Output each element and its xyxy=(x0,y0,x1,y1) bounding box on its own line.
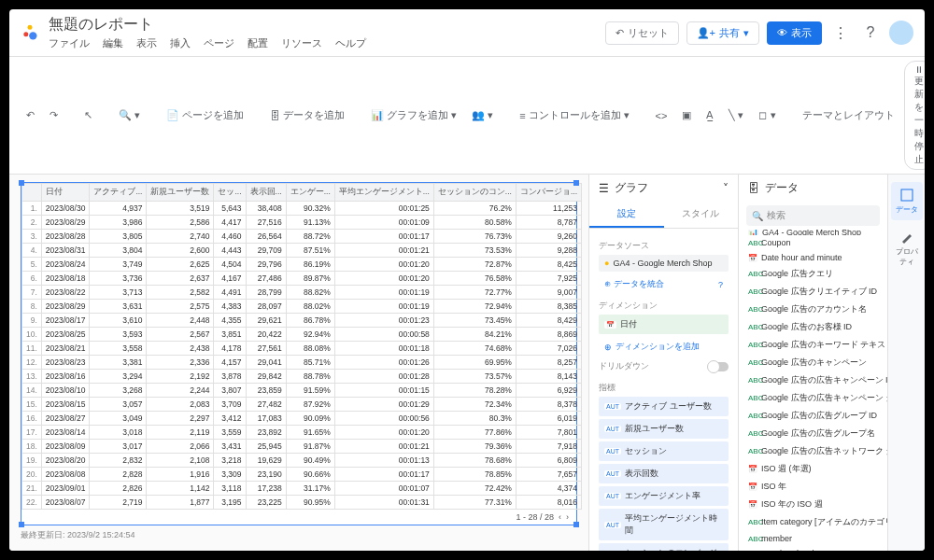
add-page-button[interactable]: 📄 ページを追加 xyxy=(161,105,249,125)
field-item[interactable]: ABCGoogle 広告のキーワード テキスト xyxy=(739,336,887,354)
merge-data-link[interactable]: ⊕ データを統合? xyxy=(599,274,729,294)
resize-handle-bl[interactable] xyxy=(19,522,24,527)
table-row[interactable]: 10.2023/08/253,5932,5673,85120,42292.94%… xyxy=(22,328,582,342)
field-item[interactable]: ABCGoogle 広告の広告グループ ID xyxy=(739,407,887,425)
tab-setup[interactable]: 設定 xyxy=(589,202,664,228)
field-item[interactable]: ABCCoupon xyxy=(739,235,887,250)
field-item[interactable]: ABCGoogle 広告の広告グループ名 xyxy=(739,425,887,442)
table-row[interactable]: 16.2023/08/273,0492,2973,41217,08390.09%… xyxy=(22,412,582,426)
field-item[interactable]: 📅ISO 年の ISO 週 xyxy=(739,496,887,513)
table-row[interactable]: 12.2023/08/233,3812,3364,15729,04185.71%… xyxy=(22,356,582,370)
pager[interactable]: 1 - 28 / 28 ‹ › xyxy=(21,510,576,525)
field-item[interactable]: 📅ISO 週 (年選) xyxy=(739,460,887,478)
metric-chip[interactable]: AUT新規ユーザー数 xyxy=(599,419,729,439)
table-row[interactable]: 21.2023/09/012,8261,1423,11817,23831.17%… xyxy=(22,482,582,496)
datasource-chip[interactable]: ●GA4 - Google Merch Shop xyxy=(599,255,729,272)
menu-help[interactable]: ヘルプ xyxy=(335,36,366,50)
undo-icon[interactable]: ↶ xyxy=(21,106,40,124)
doc-title[interactable]: 無題のレポート xyxy=(49,15,605,35)
col-header[interactable]: セッションのコン... xyxy=(433,184,516,202)
pause-refresh-button[interactable]: ⏸ 更新を一時停止 xyxy=(904,61,925,170)
field-item[interactable]: ABCGoogle 広告のキャンペーン xyxy=(739,354,887,371)
table-row[interactable]: 18.2023/08/093,0172,0663,43125,94591.87%… xyxy=(22,440,582,454)
table-row[interactable]: 15.2023/08/153,0572,0833,70927,48287.92%… xyxy=(22,398,582,412)
menu-arrange[interactable]: 配置 xyxy=(248,36,268,50)
table-row[interactable]: 9.2023/08/173,6102,4484,35529,62186.78%0… xyxy=(22,314,582,328)
resize-handle-tr[interactable] xyxy=(573,180,579,186)
col-header[interactable]: セッ... xyxy=(214,184,246,202)
zoom-icon[interactable]: 🔍 ▾ xyxy=(113,106,146,124)
image-icon[interactable]: ▣ xyxy=(676,106,697,124)
table-row[interactable]: 5.2023/08/243,7492,6254,50429,79686.19%0… xyxy=(22,258,582,272)
table-row[interactable]: 13.2023/08/163,2942,1923,87829,84288.78%… xyxy=(22,370,582,384)
table-row[interactable]: 11.2023/08/213,5582,4384,17827,56188.08%… xyxy=(22,342,582,356)
add-chart-button[interactable]: 📊 グラフを追加 ▾ xyxy=(365,105,462,125)
table-row[interactable]: 22.2023/08/072,7191,8773,19523,22590.95%… xyxy=(22,496,582,510)
metric-chip[interactable]: AUTエンゲージメント率 xyxy=(599,486,729,506)
table-row[interactable]: 4.2023/08/313,8042,6004,44329,70987.51%0… xyxy=(22,244,582,258)
table-row[interactable]: 2.2023/08/293,9862,5864,41727,51691.13%0… xyxy=(22,216,582,230)
field-item[interactable]: ABCmember_level xyxy=(739,546,887,551)
metric-chip[interactable]: AUTアクティブ ユーザー数 xyxy=(599,397,729,416)
table-row[interactable]: 17.2023/08/143,0182,1193,55923,89291.65%… xyxy=(22,426,582,440)
add-data-button[interactable]: 🗄 データを追加 xyxy=(264,105,350,125)
dimension-chip[interactable]: 📅日付 xyxy=(599,315,729,334)
add-control-button[interactable]: ≡ コントロールを追加 ▾ xyxy=(514,105,634,125)
col-header[interactable]: 新規ユーザー数 xyxy=(147,184,214,202)
col-header[interactable]: 日付 xyxy=(41,184,90,202)
menu-edit[interactable]: 編集 xyxy=(103,36,123,50)
resize-handle-br[interactable] xyxy=(573,522,579,527)
canvas[interactable]: 日付アクティブ...新規ユーザー数セッ...表示回...エンゲー...平均エンゲ… xyxy=(9,175,588,551)
help-icon[interactable]: ? xyxy=(859,21,882,44)
table-row[interactable]: 3.2023/08/283,8052,7404,46026,56488.72%0… xyxy=(22,230,582,244)
field-item[interactable]: ABCGoogle 広告の広告キャンペーン タイプ xyxy=(739,389,887,407)
redo-icon[interactable]: ↷ xyxy=(44,106,64,124)
line-icon[interactable]: ╲ ▾ xyxy=(723,106,749,124)
community-icon[interactable]: 👥 ▾ xyxy=(466,106,499,124)
field-item[interactable]: ABCItem category [アイテムのカテゴリ] xyxy=(739,513,887,531)
table-row[interactable]: 1.2023/08/304,9373,5195,64338,40890.32%0… xyxy=(22,202,582,216)
menu-page[interactable]: ページ xyxy=(204,36,234,50)
menu-file[interactable]: ファイル xyxy=(49,36,90,50)
metric-chip[interactable]: AUT平均エンゲージメント時間 xyxy=(599,509,729,540)
url-icon[interactable]: <> xyxy=(650,107,673,124)
theme-button[interactable]: テーマとレイアウト xyxy=(797,105,900,125)
table-row[interactable]: 19.2023/08/202,8322,1083,21819,62990.49%… xyxy=(22,454,582,468)
field-item[interactable]: ABCGoogle 広告の広告キャンペーン ID xyxy=(739,371,887,389)
field-item[interactable]: ABCmember xyxy=(739,531,887,546)
menu-insert[interactable]: 挿入 xyxy=(170,36,191,50)
chart-panel-header[interactable]: ☰ グラフ ˅ xyxy=(589,175,738,202)
more-icon[interactable]: ⋮ xyxy=(829,21,852,44)
resize-handle-tl[interactable] xyxy=(19,180,24,186)
reset-button[interactable]: ↶ リセット xyxy=(605,21,679,45)
col-header[interactable]: エンゲー... xyxy=(286,184,334,202)
table-row[interactable]: 8.2023/08/293,6312,5754,38328,09788.02%0… xyxy=(22,300,582,314)
field-item[interactable]: ABCGoogle 広告のお客様 ID xyxy=(739,318,887,336)
col-header[interactable]: アクティブ... xyxy=(90,184,147,202)
search-input[interactable]: 🔍 検索 xyxy=(746,205,880,226)
menu-view[interactable]: 表示 xyxy=(136,36,157,50)
share-button[interactable]: 👤+ 共有 ▾ xyxy=(686,21,759,45)
table-widget[interactable]: 日付アクティブ...新規ユーザー数セッ...表示回...エンゲー...平均エンゲ… xyxy=(21,182,577,525)
metric-chip[interactable]: AUTセッションのコンバージョン率 xyxy=(599,543,729,551)
field-item[interactable]: ABCGoogle 広告クエリ xyxy=(739,265,887,283)
pointer-icon[interactable]: ↖ xyxy=(78,106,98,124)
add-dimension-link[interactable]: ⊕ ディメンションを追加 xyxy=(599,337,729,357)
metric-chip[interactable]: AUTセッション xyxy=(599,441,729,461)
table-row[interactable]: 6.2023/08/183,7362,6374,16727,48689.87%0… xyxy=(22,272,582,286)
avatar[interactable] xyxy=(889,21,913,45)
field-item[interactable]: 📅Date hour and minute xyxy=(739,250,887,265)
side-tab-data[interactable]: データ xyxy=(891,182,923,220)
drilldown-toggle[interactable] xyxy=(708,362,729,371)
tab-style[interactable]: スタイル xyxy=(664,202,739,228)
shape-icon[interactable]: ◻ ▾ xyxy=(753,106,781,124)
text-icon[interactable]: A̲ xyxy=(700,106,719,124)
field-item[interactable]: ABCGoogle 広告のアカウント名 xyxy=(739,301,887,318)
table-row[interactable]: 14.2023/08/103,2682,2443,80723,85991.59%… xyxy=(22,384,582,398)
table-row[interactable]: 7.2023/08/223,7132,5824,49128,79988.82%0… xyxy=(22,286,582,300)
col-header[interactable]: 平均エンゲージメント... xyxy=(334,184,433,202)
view-button[interactable]: 👁 表示 xyxy=(767,21,822,45)
field-item[interactable]: 📅ISO 年 xyxy=(739,478,887,496)
menu-resource[interactable]: リソース xyxy=(281,36,322,50)
side-tab-properties[interactable]: プロパティ xyxy=(891,224,923,273)
